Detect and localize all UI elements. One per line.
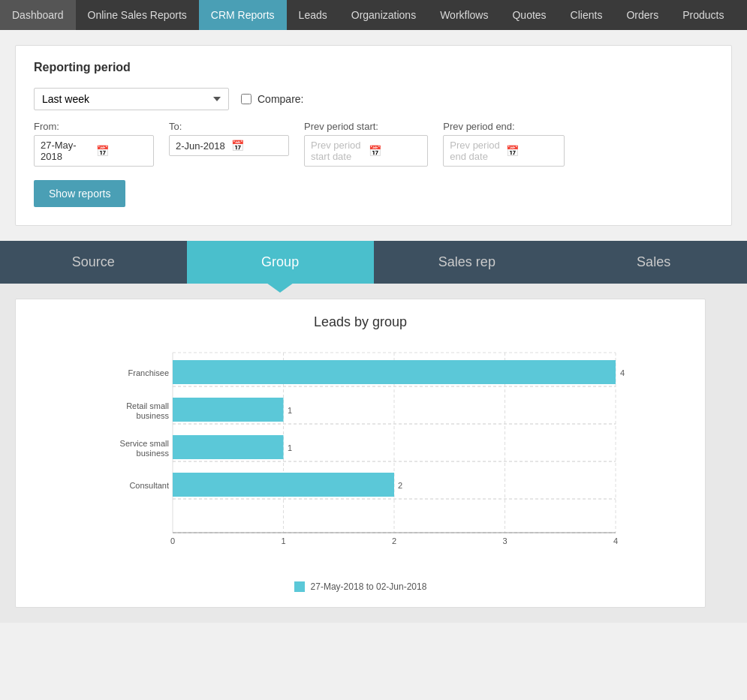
prev-start-field: Prev period start: Prev period start dat… — [304, 121, 428, 167]
nav-crm-reports[interactable]: CRM Reports — [199, 0, 287, 30]
period-selector-row: Last week This week Last month This mont… — [34, 88, 713, 110]
tab-source[interactable]: Source — [0, 241, 187, 284]
bar-service-label-1: Service small — [120, 439, 169, 448]
compare-checkbox[interactable] — [241, 94, 252, 104]
x-tick-2: 2 — [392, 536, 396, 545]
to-calendar-icon[interactable]: 📅 — [231, 140, 282, 152]
prev-start-value: Prev period start date — [311, 140, 364, 162]
from-label: From: — [34, 121, 154, 132]
bar-chart-svg: 4 Franchisee 1 Retail small business 1 S… — [31, 345, 690, 570]
prev-end-value: Prev period end date — [450, 140, 502, 162]
main-nav: Dashboard Online Sales Reports CRM Repor… — [0, 0, 747, 30]
prev-start-label: Prev period start: — [304, 121, 428, 132]
bar-franchisee — [173, 360, 616, 384]
prev-end-label: Prev period end: — [443, 121, 565, 132]
nav-dashboard[interactable]: Dashboard — [0, 0, 76, 30]
bar-consultant-label: Consultant — [129, 481, 169, 490]
from-date-value: 27-May-2018 — [41, 140, 92, 162]
x-tick-3: 3 — [502, 536, 507, 545]
legend-label: 27-May-2018 to 02-Jun-2018 — [311, 581, 427, 592]
to-field: To: 2-Jun-2018 📅 — [169, 121, 289, 167]
show-reports-button[interactable]: Show reports — [34, 180, 125, 207]
bar-service — [173, 435, 284, 459]
x-tick-0: 0 — [170, 536, 175, 545]
legend-color-swatch — [294, 581, 305, 592]
prev-start-input[interactable]: Prev period start date 📅 — [304, 135, 428, 167]
period-select[interactable]: Last week This week Last month This mont… — [34, 88, 229, 110]
nav-online-sales-reports[interactable]: Online Sales Reports — [76, 0, 199, 30]
bar-retail-value: 1 — [288, 406, 292, 415]
reporting-period-box: Reporting period Last week This week Las… — [15, 45, 732, 226]
to-date-input[interactable]: 2-Jun-2018 📅 — [169, 135, 289, 156]
prev-end-input[interactable]: Prev period end date 📅 — [443, 135, 565, 167]
compare-label: Compare: — [258, 93, 303, 105]
to-label: To: — [169, 121, 289, 132]
reporting-period-title: Reporting period — [34, 61, 713, 74]
chart-legend: 27-May-2018 to 02-Jun-2018 — [31, 581, 690, 592]
prev-end-field: Prev period end: Prev period end date 📅 — [443, 121, 565, 167]
bar-service-label-2: business — [137, 449, 170, 458]
from-calendar-icon[interactable]: 📅 — [96, 145, 147, 157]
tab-sales-rep[interactable]: Sales rep — [374, 241, 561, 284]
nav-leads[interactable]: Leads — [287, 0, 339, 30]
nav-organizations[interactable]: Organizations — [339, 0, 428, 30]
nav-quotes[interactable]: Quotes — [500, 0, 558, 30]
to-date-value: 2-Jun-2018 — [176, 140, 227, 152]
chart-section: Leads by group — [0, 284, 747, 623]
bar-franchisee-label: Franchisee — [128, 368, 169, 377]
prev-end-calendar-icon[interactable]: 📅 — [506, 145, 558, 157]
bar-retail — [173, 398, 284, 422]
tab-group[interactable]: Group — [187, 241, 374, 284]
bar-service-value: 1 — [288, 443, 292, 452]
nav-workflows[interactable]: Workflows — [428, 0, 500, 30]
nav-clients[interactable]: Clients — [559, 0, 615, 30]
bar-retail-label-2: business — [137, 411, 170, 420]
nav-products[interactable]: Products — [670, 0, 736, 30]
from-field: From: 27-May-2018 📅 — [34, 121, 154, 167]
from-date-input[interactable]: 27-May-2018 📅 — [34, 135, 154, 167]
x-tick-4: 4 — [613, 536, 618, 545]
bar-franchisee-value: 4 — [620, 368, 625, 377]
x-tick-1: 1 — [281, 536, 285, 545]
dates-row: From: 27-May-2018 📅 To: 2-Jun-2018 📅 Pre… — [34, 121, 713, 167]
bar-consultant-value: 2 — [398, 481, 402, 490]
bar-consultant — [173, 473, 394, 497]
bar-retail-label-1: Retail small — [126, 401, 169, 410]
compare-group: Compare: — [241, 93, 303, 105]
tab-sales[interactable]: Sales — [560, 241, 747, 284]
report-tabs: Source Group Sales rep Sales — [0, 241, 747, 284]
chart-visual: 4 Franchisee 1 Retail small business 1 S… — [31, 345, 690, 572]
nav-orders[interactable]: Orders — [614, 0, 670, 30]
chart-box: Leads by group — [15, 299, 706, 608]
prev-start-calendar-icon[interactable]: 📅 — [369, 145, 422, 157]
chart-title: Leads by group — [31, 314, 690, 330]
